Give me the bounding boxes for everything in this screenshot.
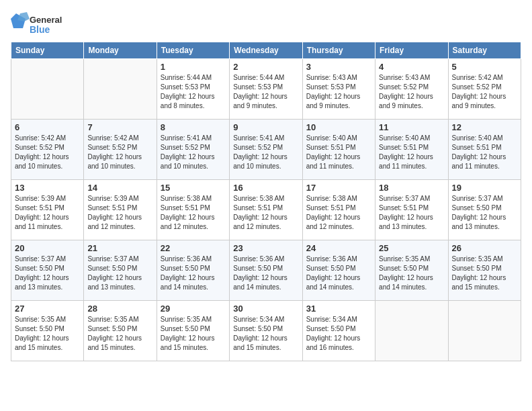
day-detail: Sunrise: 5:40 AMSunset: 5:51 PMDaylight:… — [452, 134, 517, 171]
calendar-cell: 25 Sunrise: 5:35 AMSunset: 5:50 PMDaylig… — [375, 240, 448, 301]
svg-text:General: General — [30, 15, 62, 25]
logo-svg: General Blue — [11, 11, 71, 38]
header: General Blue — [11, 11, 521, 38]
day-header-monday: Monday — [84, 42, 157, 59]
calendar-cell: 2 Sunrise: 5:44 AMSunset: 5:53 PMDayligh… — [230, 59, 302, 120]
calendar-cell — [448, 301, 521, 361]
calendar-cell: 31 Sunrise: 5:34 AMSunset: 5:50 PMDaylig… — [302, 301, 375, 361]
day-detail: Sunrise: 5:43 AMSunset: 5:53 PMDaylight:… — [306, 73, 371, 111]
day-number: 8 — [161, 122, 226, 132]
day-detail: Sunrise: 5:41 AMSunset: 5:52 PMDaylight:… — [161, 134, 226, 171]
calendar-cell: 11 Sunrise: 5:40 AMSunset: 5:51 PMDaylig… — [375, 120, 448, 180]
day-number: 28 — [87, 304, 152, 314]
calendar-cell: 28 Sunrise: 5:35 AMSunset: 5:50 PMDaylig… — [84, 301, 157, 361]
day-detail: Sunrise: 5:34 AMSunset: 5:50 PMDaylight:… — [233, 315, 298, 353]
day-number: 2 — [233, 62, 298, 72]
calendar-cell: 26 Sunrise: 5:35 AMSunset: 5:50 PMDaylig… — [448, 240, 521, 301]
day-number: 3 — [306, 62, 371, 72]
calendar-cell: 7 Sunrise: 5:42 AMSunset: 5:52 PMDayligh… — [84, 120, 157, 180]
calendar-cell: 8 Sunrise: 5:41 AMSunset: 5:52 PMDayligh… — [157, 120, 229, 180]
day-number: 19 — [452, 183, 517, 193]
day-number: 18 — [379, 183, 444, 193]
calendar-cell: 30 Sunrise: 5:34 AMSunset: 5:50 PMDaylig… — [230, 301, 302, 361]
calendar-cell: 4 Sunrise: 5:43 AMSunset: 5:52 PMDayligh… — [375, 59, 448, 120]
day-detail: Sunrise: 5:35 AMSunset: 5:50 PMDaylight:… — [15, 315, 80, 353]
day-detail: Sunrise: 5:38 AMSunset: 5:51 PMDaylight:… — [161, 194, 226, 232]
day-header-sunday: Sunday — [11, 42, 84, 59]
day-number: 16 — [233, 183, 298, 193]
day-detail: Sunrise: 5:39 AMSunset: 5:51 PMDaylight:… — [87, 194, 152, 232]
calendar-cell: 9 Sunrise: 5:41 AMSunset: 5:52 PMDayligh… — [230, 120, 302, 180]
day-detail: Sunrise: 5:35 AMSunset: 5:50 PMDaylight:… — [87, 315, 152, 353]
calendar-cell — [375, 301, 448, 361]
day-detail: Sunrise: 5:38 AMSunset: 5:51 PMDaylight:… — [233, 194, 298, 232]
day-header-saturday: Saturday — [448, 42, 521, 59]
calendar-cell: 5 Sunrise: 5:42 AMSunset: 5:52 PMDayligh… — [448, 59, 521, 120]
calendar-cell: 22 Sunrise: 5:36 AMSunset: 5:50 PMDaylig… — [157, 240, 229, 301]
calendar-cell — [11, 59, 84, 120]
day-number: 22 — [161, 243, 226, 253]
day-detail: Sunrise: 5:42 AMSunset: 5:52 PMDaylight:… — [87, 134, 152, 171]
calendar-cell: 16 Sunrise: 5:38 AMSunset: 5:51 PMDaylig… — [230, 180, 302, 240]
day-number: 25 — [379, 243, 444, 253]
day-number: 29 — [161, 304, 226, 314]
calendar-cell: 10 Sunrise: 5:40 AMSunset: 5:51 PMDaylig… — [302, 120, 375, 180]
day-number: 5 — [452, 62, 517, 72]
day-number: 21 — [87, 243, 152, 253]
day-number: 6 — [15, 122, 80, 132]
day-number: 23 — [233, 243, 298, 253]
day-header-friday: Friday — [375, 42, 448, 59]
day-detail: Sunrise: 5:35 AMSunset: 5:50 PMDaylight:… — [452, 255, 517, 292]
calendar-table: SundayMondayTuesdayWednesdayThursdayFrid… — [11, 42, 521, 361]
calendar-cell: 13 Sunrise: 5:39 AMSunset: 5:51 PMDaylig… — [11, 180, 84, 240]
day-header-thursday: Thursday — [302, 42, 375, 59]
day-number: 17 — [306, 183, 371, 193]
calendar-cell: 12 Sunrise: 5:40 AMSunset: 5:51 PMDaylig… — [448, 120, 521, 180]
day-detail: Sunrise: 5:42 AMSunset: 5:52 PMDaylight:… — [15, 134, 80, 171]
calendar-cell: 14 Sunrise: 5:39 AMSunset: 5:51 PMDaylig… — [84, 180, 157, 240]
calendar-cell: 29 Sunrise: 5:35 AMSunset: 5:50 PMDaylig… — [157, 301, 229, 361]
calendar-cell — [84, 59, 157, 120]
day-number: 14 — [87, 183, 152, 193]
day-detail: Sunrise: 5:43 AMSunset: 5:52 PMDaylight:… — [379, 73, 444, 111]
day-detail: Sunrise: 5:37 AMSunset: 5:50 PMDaylight:… — [15, 255, 80, 292]
day-number: 9 — [233, 122, 298, 132]
calendar-cell: 20 Sunrise: 5:37 AMSunset: 5:50 PMDaylig… — [11, 240, 84, 301]
day-detail: Sunrise: 5:37 AMSunset: 5:50 PMDaylight:… — [87, 255, 152, 292]
calendar-cell: 17 Sunrise: 5:38 AMSunset: 5:51 PMDaylig… — [302, 180, 375, 240]
day-number: 11 — [379, 122, 444, 132]
day-detail: Sunrise: 5:38 AMSunset: 5:51 PMDaylight:… — [306, 194, 371, 232]
day-detail: Sunrise: 5:44 AMSunset: 5:53 PMDaylight:… — [233, 73, 298, 111]
day-number: 31 — [306, 304, 371, 314]
day-number: 15 — [161, 183, 226, 193]
calendar-cell: 21 Sunrise: 5:37 AMSunset: 5:50 PMDaylig… — [84, 240, 157, 301]
day-number: 13 — [15, 183, 80, 193]
calendar-cell: 27 Sunrise: 5:35 AMSunset: 5:50 PMDaylig… — [11, 301, 84, 361]
day-detail: Sunrise: 5:35 AMSunset: 5:50 PMDaylight:… — [161, 315, 226, 353]
day-detail: Sunrise: 5:37 AMSunset: 5:50 PMDaylight:… — [452, 194, 517, 232]
calendar-cell: 15 Sunrise: 5:38 AMSunset: 5:51 PMDaylig… — [157, 180, 229, 240]
calendar-cell: 6 Sunrise: 5:42 AMSunset: 5:52 PMDayligh… — [11, 120, 84, 180]
calendar-cell: 24 Sunrise: 5:36 AMSunset: 5:50 PMDaylig… — [302, 240, 375, 301]
day-number: 4 — [379, 62, 444, 72]
day-number: 30 — [233, 304, 298, 314]
logo: General Blue — [11, 11, 71, 38]
day-detail: Sunrise: 5:42 AMSunset: 5:52 PMDaylight:… — [452, 73, 517, 111]
day-detail: Sunrise: 5:36 AMSunset: 5:50 PMDaylight:… — [233, 255, 298, 292]
calendar-cell: 3 Sunrise: 5:43 AMSunset: 5:53 PMDayligh… — [302, 59, 375, 120]
day-detail: Sunrise: 5:35 AMSunset: 5:50 PMDaylight:… — [379, 255, 444, 292]
day-number: 1 — [161, 62, 226, 72]
day-number: 10 — [306, 122, 371, 132]
day-detail: Sunrise: 5:40 AMSunset: 5:51 PMDaylight:… — [379, 134, 444, 171]
day-detail: Sunrise: 5:39 AMSunset: 5:51 PMDaylight:… — [15, 194, 80, 232]
svg-marker-3 — [17, 12, 30, 21]
day-number: 12 — [452, 122, 517, 132]
calendar-cell: 1 Sunrise: 5:44 AMSunset: 5:53 PMDayligh… — [157, 59, 229, 120]
day-detail: Sunrise: 5:34 AMSunset: 5:50 PMDaylight:… — [306, 315, 371, 353]
calendar-cell: 18 Sunrise: 5:37 AMSunset: 5:51 PMDaylig… — [375, 180, 448, 240]
calendar-cell: 19 Sunrise: 5:37 AMSunset: 5:50 PMDaylig… — [448, 180, 521, 240]
day-detail: Sunrise: 5:40 AMSunset: 5:51 PMDaylight:… — [306, 134, 371, 171]
day-detail: Sunrise: 5:36 AMSunset: 5:50 PMDaylight:… — [306, 255, 371, 292]
day-detail: Sunrise: 5:36 AMSunset: 5:50 PMDaylight:… — [161, 255, 226, 292]
day-number: 27 — [15, 304, 80, 314]
